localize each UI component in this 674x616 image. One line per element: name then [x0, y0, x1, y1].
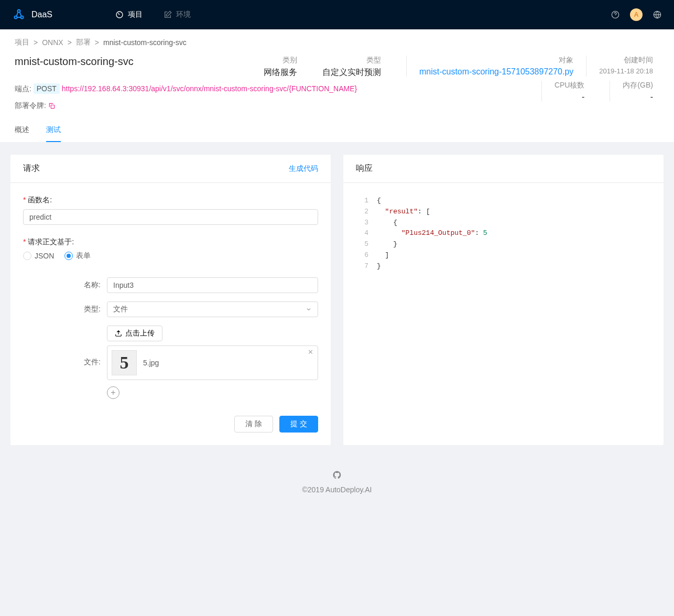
breadcrumb-sep: >: [34, 38, 38, 47]
add-button[interactable]: +: [107, 386, 119, 399]
category-label: 类别: [264, 56, 297, 65]
upload-text: 点击上传: [125, 329, 155, 338]
memory-label: 内存(GB): [623, 81, 653, 90]
token-row: 部署令牌:: [15, 101, 387, 111]
copy-icon[interactable]: [48, 102, 56, 110]
breadcrumb-sep: >: [95, 38, 99, 47]
breadcrumb-current: mnist-custom-scoring-svc: [103, 38, 187, 47]
endpoint-row: 端点: POST https://192.168.64.3:30931/api/…: [15, 84, 387, 94]
copyright: ©2019 AutoDeploy.AI: [0, 485, 674, 494]
nav-environments-label: 环境: [176, 10, 191, 19]
cpu-label: CPU核数: [555, 81, 585, 90]
file-label: 文件:: [55, 358, 107, 367]
dashboard-icon: [115, 10, 124, 19]
radio-form-circle: [64, 252, 73, 260]
submit-button[interactable]: 提 交: [279, 416, 318, 433]
nav-projects[interactable]: 项目: [115, 10, 143, 19]
memory-value: -: [623, 92, 653, 102]
tab-test[interactable]: 测试: [46, 119, 61, 142]
help-icon[interactable]: [611, 10, 619, 19]
svg-rect-6: [51, 105, 54, 108]
main-content: 请求 生成代码 函数名: 请求正文基于: JSON 表单: [0, 142, 674, 458]
logo-icon: [13, 8, 25, 21]
token-label: 部署令牌:: [15, 101, 46, 111]
edit-icon: [164, 10, 172, 19]
upload-button[interactable]: 点击上传: [107, 326, 162, 341]
breadcrumb-item[interactable]: 项目: [15, 38, 29, 47]
avatar[interactable]: A: [630, 8, 643, 21]
radio-json-circle: [23, 252, 31, 260]
request-title: 请求: [23, 163, 40, 174]
file-close-icon[interactable]: ✕: [308, 348, 313, 356]
type-label: 类型: [322, 56, 381, 65]
radio-json[interactable]: JSON: [23, 251, 54, 261]
nav-environments[interactable]: 环境: [164, 10, 191, 19]
header-right: A: [611, 8, 661, 21]
radio-form-label: 表单: [76, 251, 91, 261]
globe-icon[interactable]: [653, 10, 661, 19]
method-badge: POST: [34, 83, 60, 94]
radio-form[interactable]: 表单: [64, 251, 91, 261]
object-value[interactable]: mnist-custom-scoring-1571053897270.py: [419, 67, 573, 77]
upload-icon: [115, 330, 122, 337]
function-name-label: 函数名:: [23, 196, 318, 205]
nav-projects-label: 项目: [128, 10, 143, 19]
created-label: 创建时间: [599, 56, 653, 65]
breadcrumb-item[interactable]: 部署: [76, 38, 91, 47]
file-name: 5.jpg: [143, 359, 159, 367]
created-value: 2019-11-18 20:18: [599, 67, 653, 75]
tab-overview[interactable]: 概述: [15, 119, 29, 142]
tabs: 概述 测试: [15, 119, 659, 142]
type-label: 类型:: [55, 305, 107, 314]
github-icon[interactable]: [332, 470, 342, 480]
response-title: 响应: [356, 163, 373, 174]
page-title: mnist-custom-scoring-svc: [15, 56, 134, 68]
cpu-value: -: [555, 92, 585, 102]
brand-text: DaaS: [31, 10, 52, 19]
file-thumb: 5: [112, 350, 137, 375]
category-value: 网络服务: [264, 67, 297, 78]
clear-button[interactable]: 清 除: [234, 416, 273, 433]
body-based-label: 请求正文基于:: [23, 237, 318, 247]
avatar-letter: A: [634, 11, 638, 18]
response-panel: 响应 1{ 2 "result": [ 3 { 4 "Plus214_Outpu…: [343, 155, 664, 445]
chevron-down-icon: [306, 306, 312, 312]
top-header: DaaS 项目 环境 A: [0, 0, 674, 29]
page-header: 项目 > ONNX > 部署 > mnist-custom-scoring-sv…: [0, 29, 674, 142]
breadcrumb-sep: >: [68, 38, 72, 47]
svg-point-0: [18, 10, 20, 13]
type-value: 自定义实时预测: [322, 67, 381, 78]
logo-area: DaaS: [13, 8, 52, 21]
object-label: 对象: [419, 56, 573, 65]
footer: ©2019 AutoDeploy.AI: [0, 458, 674, 519]
svg-point-2: [21, 16, 24, 19]
endpoint-label: 端点:: [15, 84, 31, 93]
type-select-value: 文件: [113, 305, 128, 314]
function-name-input[interactable]: [23, 209, 318, 225]
name-input[interactable]: [107, 277, 318, 293]
response-body: 1{ 2 "result": [ 3 { 4 "Plus214_Output_0…: [343, 183, 664, 285]
nav-items: 项目 环境: [115, 10, 611, 19]
svg-point-1: [15, 16, 17, 19]
generate-code-link[interactable]: 生成代码: [289, 164, 318, 174]
endpoint-url[interactable]: https://192.168.64.3:30931/api/v1/svc/on…: [62, 84, 357, 93]
breadcrumb: 项目 > ONNX > 部署 > mnist-custom-scoring-sv…: [15, 38, 659, 47]
file-card: 5 5.jpg ✕: [107, 345, 318, 380]
name-label: 名称:: [55, 280, 107, 290]
type-select[interactable]: 文件: [107, 301, 318, 317]
breadcrumb-item[interactable]: ONNX: [42, 38, 63, 47]
radio-json-label: JSON: [35, 252, 54, 260]
request-panel: 请求 生成代码 函数名: 请求正文基于: JSON 表单: [10, 155, 331, 445]
